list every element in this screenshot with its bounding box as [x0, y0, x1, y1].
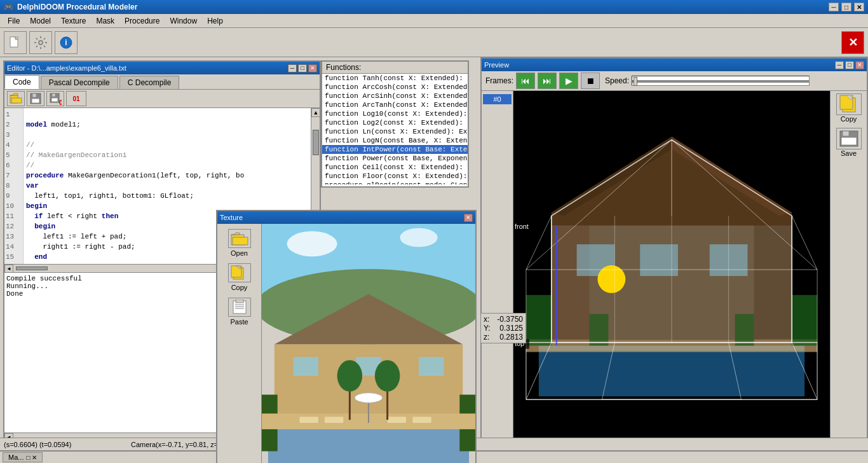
- paste-tool-label: Paste: [230, 318, 248, 326]
- texture-image-svg: [262, 224, 475, 463]
- z-coord-value: 0.2813: [499, 333, 523, 342]
- svg-point-51: [355, 393, 382, 403]
- speed-thumb[interactable]: [634, 77, 637, 86]
- scroll-up-btn[interactable]: ▲: [311, 108, 320, 117]
- func-item-ln[interactable]: function Ln(const X: Extended): Extended: [322, 127, 468, 136]
- svg-rect-58: [754, 225, 792, 339]
- x-coord-row: x: -0.3750: [484, 315, 523, 324]
- svg-rect-60: [640, 244, 678, 276]
- func-item-intpower[interactable]: function IntPower(const Base: Extended;: [322, 145, 468, 154]
- svg-point-3: [39, 41, 43, 45]
- app-icon: 🎮: [4, 3, 13, 11]
- scroll-left-btn[interactable]: ◄: [4, 265, 13, 273]
- close-btn[interactable]: ✕: [854, 3, 864, 11]
- save-preview-icon: [836, 128, 862, 149]
- func-item-arcsinh[interactable]: function ArcSinh(const X: Extended): Ext…: [322, 92, 468, 100]
- z-coord-row: z: 0.2813: [484, 333, 523, 342]
- editor-compile-btn[interactable]: 01: [66, 91, 86, 106]
- svg-rect-68: [735, 314, 754, 346]
- texture-close-btn[interactable]: ✕: [464, 214, 473, 222]
- func-item-arctanh[interactable]: function ArcTanh(const X: Extended): Ext…: [322, 100, 468, 109]
- frame-0[interactable]: #0: [483, 94, 512, 104]
- menu-texture[interactable]: Texture: [56, 15, 91, 27]
- func-item-log10[interactable]: function Log10(const X: Extended): Exten: [322, 109, 468, 118]
- info-button[interactable]: i: [55, 31, 78, 54]
- tab-pascal-decompile[interactable]: Pascal Decompile: [41, 76, 118, 89]
- taskbar-item-close[interactable]: ✕: [32, 454, 37, 461]
- new-file-button[interactable]: [4, 31, 27, 54]
- editor-saveas-btn[interactable]: 01: [46, 91, 64, 106]
- editor-close-btn[interactable]: ✕: [308, 64, 317, 73]
- preview-title: Preview: [484, 61, 509, 69]
- svg-rect-11: [32, 99, 39, 103]
- func-item-floor[interactable]: function Floor(const X: Extended): Integ…: [322, 172, 468, 181]
- taskbar-item-label: Ma...: [8, 453, 24, 461]
- editor-minimize-btn[interactable]: ─: [288, 64, 297, 73]
- speed-slider[interactable]: [632, 76, 810, 86]
- svg-point-49: [375, 360, 400, 391]
- svg-rect-23: [236, 300, 243, 303]
- functions-panel: Functions: function Tanh(const X: Extend…: [321, 60, 469, 188]
- editor-save-btn[interactable]: [27, 91, 44, 106]
- editor-tabs: Code Pascal Decompile C Decompile: [4, 74, 320, 90]
- taskbar-item-ma[interactable]: Ma... □ ✕: [3, 452, 43, 462]
- menu-mask[interactable]: Mask: [91, 15, 119, 27]
- editor-open-btn[interactable]: [7, 91, 25, 106]
- func-item-glbegin[interactable]: procedure glBegin(const mode: GLenum);: [322, 181, 468, 184]
- minimize-btn[interactable]: ─: [829, 3, 839, 11]
- tab-code[interactable]: Code: [4, 75, 39, 89]
- taskbar-item-restore[interactable]: □: [26, 454, 30, 461]
- save-preview-button[interactable]: Save: [834, 128, 864, 157]
- svg-rect-103: [841, 137, 857, 145]
- editor-title: Editor - D:\...amples\example6_villa.txt: [7, 64, 126, 72]
- tab-c-decompile[interactable]: C Decompile: [119, 76, 180, 89]
- svg-rect-43: [325, 417, 344, 423]
- svg-marker-7: [10, 93, 18, 95]
- preview-minimize-btn[interactable]: ─: [835, 61, 844, 69]
- title-bar-left: 🎮 DelphiDOOM Procedural Modeler: [4, 3, 137, 11]
- rewind-button[interactable]: ⏮: [516, 73, 535, 89]
- texture-paste-btn[interactable]: Paste: [220, 295, 259, 328]
- svg-rect-18: [233, 237, 248, 245]
- svg-rect-37: [268, 426, 469, 463]
- func-item-tanh[interactable]: function Tanh(const X: Extended): Extenc: [322, 74, 468, 83]
- maximize-btn[interactable]: □: [841, 3, 851, 11]
- svg-point-29: [400, 228, 437, 247]
- func-item-power[interactable]: function Power(const Base, Exponent: Ext: [322, 154, 468, 163]
- func-item-log2[interactable]: function Log2(const X: Extended): Extend…: [322, 118, 468, 127]
- play-button[interactable]: ▶: [559, 73, 578, 89]
- svg-rect-65: [526, 295, 552, 346]
- texture-open-btn[interactable]: Open: [220, 226, 259, 259]
- func-item-ceil[interactable]: function Ceil(const X: Extended): Intege…: [322, 163, 468, 172]
- editor-maximize-btn[interactable]: □: [298, 64, 307, 73]
- x-coord-value: -0.3750: [497, 315, 523, 324]
- editor-title-bar: Editor - D:\...amples\example6_villa.txt…: [4, 62, 320, 74]
- menu-procedure[interactable]: Procedure: [119, 15, 165, 27]
- menu-help[interactable]: Help: [202, 15, 228, 27]
- save-preview-label: Save: [841, 149, 857, 157]
- 3d-viewport[interactable]: front top: [513, 91, 830, 442]
- title-bar: 🎮 DelphiDOOM Procedural Modeler ─ □ ✕: [0, 0, 868, 14]
- copy-preview-button[interactable]: Copy: [834, 93, 864, 123]
- settings-button[interactable]: [29, 31, 52, 54]
- menu-model[interactable]: Model: [25, 15, 56, 27]
- frames-label: Frames:: [485, 76, 513, 85]
- global-close-button[interactable]: ✕: [841, 31, 864, 54]
- preview-close-btn[interactable]: ✕: [855, 61, 864, 69]
- stop-button[interactable]: ⏹: [581, 73, 600, 89]
- fast-forward-button[interactable]: ⏭: [538, 73, 557, 89]
- preview-sidebar: Copy Save: [830, 91, 867, 442]
- preview-maximize-btn[interactable]: □: [845, 61, 854, 69]
- z-coord-label: z:: [484, 333, 489, 342]
- svg-rect-45: [412, 417, 431, 423]
- svg-rect-8: [11, 98, 22, 103]
- menu-window[interactable]: Window: [165, 15, 202, 27]
- svg-rect-36: [419, 357, 444, 376]
- x-coord-label: x:: [484, 315, 489, 324]
- texture-image-area: [262, 224, 475, 463]
- menu-file[interactable]: File: [3, 15, 25, 27]
- func-item-arccosh[interactable]: function ArcCosh(const X: Extended): Ext: [322, 83, 468, 92]
- texture-copy-btn[interactable]: Copy: [220, 261, 259, 294]
- functions-list[interactable]: function Tanh(const X: Extended): Extenc…: [322, 74, 468, 184]
- func-item-logn[interactable]: function LogN(const Base, X: Extended): …: [322, 136, 468, 145]
